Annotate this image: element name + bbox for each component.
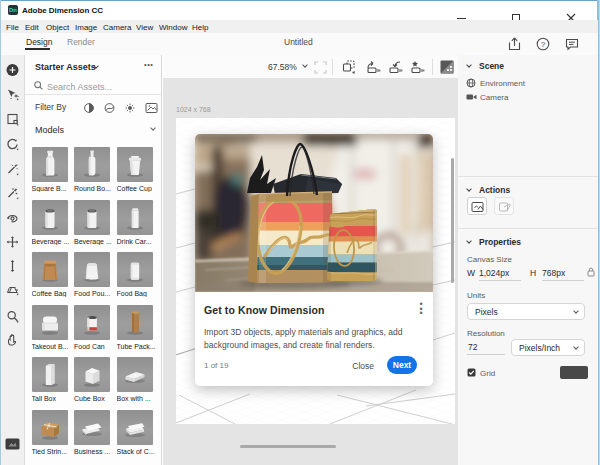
svg-text:?: ? <box>541 40 546 49</box>
